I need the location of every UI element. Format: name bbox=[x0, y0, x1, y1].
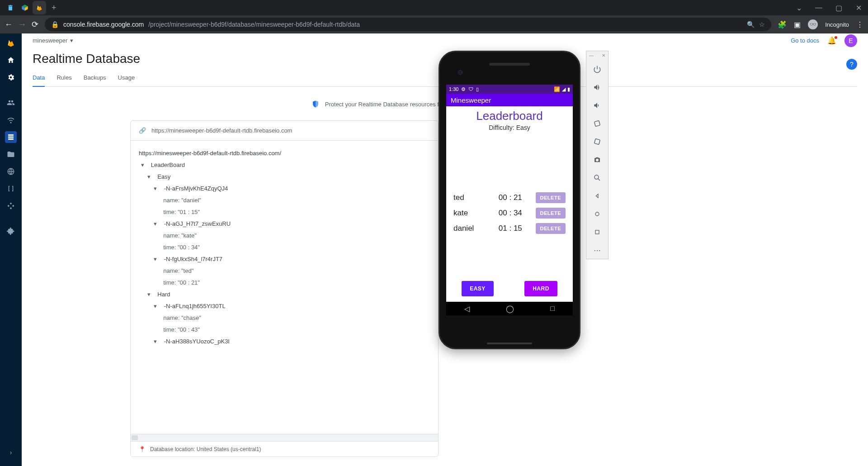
hard-button[interactable]: HARD bbox=[524, 281, 557, 296]
wifi-icon[interactable] bbox=[5, 114, 17, 126]
panel-icon[interactable]: ▣ bbox=[794, 20, 801, 29]
tab-3-active[interactable] bbox=[33, 1, 46, 14]
people-icon[interactable] bbox=[5, 97, 17, 109]
nav-recent-icon[interactable]: □ bbox=[550, 304, 555, 313]
help-icon[interactable]: ? bbox=[846, 59, 857, 70]
expand-rail-icon[interactable]: › bbox=[10, 449, 12, 456]
svg-point-4 bbox=[595, 212, 599, 216]
power-icon[interactable] bbox=[590, 62, 604, 76]
caret-icon[interactable]: ▾ bbox=[145, 173, 152, 180]
node-id[interactable]: -N-aFrsMjvKhE4ZqyQJ4 bbox=[164, 185, 228, 192]
wifi-status-icon: 📶 bbox=[554, 86, 560, 92]
window-minimize-icon[interactable]: — bbox=[813, 4, 825, 12]
delete-button[interactable]: DELETE bbox=[536, 192, 566, 203]
toolbar-close-icon[interactable]: ✕ bbox=[602, 53, 605, 58]
delete-button[interactable]: DELETE bbox=[536, 223, 566, 234]
realtime-database-icon[interactable] bbox=[5, 131, 17, 143]
ml-icon[interactable] bbox=[5, 200, 17, 212]
window-maximize-icon[interactable]: ▢ bbox=[833, 4, 844, 12]
gesture-bar bbox=[487, 342, 532, 344]
caret-icon[interactable]: ▾ bbox=[152, 220, 159, 227]
tab-backups[interactable]: Backups bbox=[84, 70, 106, 87]
user-avatar[interactable]: E bbox=[844, 34, 857, 47]
more-options-icon[interactable]: ⋯ bbox=[590, 243, 604, 257]
overview-square-icon[interactable] bbox=[590, 225, 604, 239]
key-name: name: bbox=[163, 197, 179, 204]
tab-1[interactable] bbox=[4, 1, 17, 14]
key-time: time: bbox=[163, 279, 176, 286]
storage-icon[interactable] bbox=[5, 148, 17, 160]
window-controls: ⌄ — ▢ ✕ bbox=[793, 4, 864, 12]
incognito-avatar-icon[interactable]: 👓 bbox=[808, 19, 818, 29]
new-tab-button[interactable]: + bbox=[52, 3, 57, 13]
rotate-right-icon[interactable] bbox=[590, 135, 604, 148]
horizontal-scrollbar[interactable] bbox=[131, 434, 438, 441]
volume-down-icon[interactable] bbox=[590, 99, 604, 112]
bookmark-star-icon[interactable]: ☆ bbox=[759, 21, 765, 28]
settings-gear-icon[interactable] bbox=[5, 71, 17, 83]
reload-icon[interactable]: ⟳ bbox=[32, 19, 38, 29]
db-location: Database location: United States (us-cen… bbox=[150, 446, 261, 452]
tab-2[interactable] bbox=[18, 1, 32, 14]
android-nav-bar: ◁ ◯ □ bbox=[446, 302, 573, 315]
node-hard[interactable]: Hard bbox=[157, 291, 170, 298]
rotate-left-icon[interactable] bbox=[590, 117, 604, 130]
delete-button[interactable]: DELETE bbox=[536, 208, 566, 219]
row-time: 00 : 34 bbox=[489, 209, 532, 218]
node-id[interactable]: -N-fgUkxSh4_l7r4rJT7 bbox=[164, 256, 222, 262]
caret-icon[interactable]: ▾ bbox=[152, 185, 159, 192]
forward-icon[interactable]: → bbox=[18, 20, 26, 29]
volume-up-icon[interactable] bbox=[590, 81, 604, 94]
svg-rect-2 bbox=[594, 139, 600, 145]
caret-icon[interactable]: ▾ bbox=[152, 256, 159, 262]
kebab-menu-icon[interactable]: ⋮ bbox=[856, 20, 863, 29]
caret-icon[interactable]: ▾ bbox=[152, 303, 159, 309]
tab-data[interactable]: Data bbox=[33, 70, 45, 87]
search-in-page-icon[interactable]: 🔍 bbox=[747, 21, 755, 28]
extensions-icon[interactable]: 🧩 bbox=[778, 20, 787, 29]
phone-camera bbox=[458, 70, 462, 75]
node-leaderboard[interactable]: LeaderBoard bbox=[151, 162, 185, 168]
notifications-bell-icon[interactable]: 🔔 bbox=[827, 36, 836, 45]
val-time: "01 : 15" bbox=[178, 209, 200, 215]
signal-status-icon: ◢ bbox=[562, 86, 566, 92]
back-triangle-icon[interactable] bbox=[590, 189, 604, 203]
node-id[interactable]: -N-aFLnq1jh655YI30TL bbox=[164, 303, 226, 309]
database-card: 🔗 https://minesweeper-b6d9f-default-rtdb… bbox=[130, 120, 439, 457]
back-icon[interactable]: ← bbox=[5, 20, 13, 29]
functions-icon[interactable] bbox=[5, 183, 17, 195]
easy-button[interactable]: EASY bbox=[462, 281, 494, 296]
page-workspace: › minesweeper ▾ Go to docs 🔔 E Realtime … bbox=[0, 33, 868, 466]
screenshot-icon[interactable] bbox=[590, 153, 604, 166]
caret-icon[interactable]: ▾ bbox=[139, 162, 146, 168]
location-pin-icon: 📍 bbox=[139, 446, 146, 452]
caret-icon[interactable]: ▾ bbox=[145, 291, 152, 298]
key-time: time: bbox=[163, 209, 176, 215]
toolbar-minimize-icon[interactable]: — bbox=[589, 53, 594, 58]
leaderboard-title: Leaderboard bbox=[476, 109, 542, 123]
address-bar[interactable]: 🔒 console.firebase.google.com/project/mi… bbox=[45, 18, 771, 31]
window-close-icon[interactable]: ✕ bbox=[853, 4, 864, 12]
project-selector[interactable]: minesweeper ▾ bbox=[33, 37, 73, 44]
go-to-docs-link[interactable]: Go to docs bbox=[791, 37, 819, 44]
firebase-logo-icon[interactable] bbox=[5, 37, 17, 49]
nav-back-icon[interactable]: ◁ bbox=[464, 304, 470, 313]
globe-icon[interactable] bbox=[5, 166, 17, 177]
tab-rules[interactable]: Rules bbox=[57, 70, 71, 87]
caret-icon[interactable]: ▾ bbox=[152, 338, 159, 345]
home-circle-icon[interactable] bbox=[590, 207, 604, 221]
node-id[interactable]: -N-aH388sYUozoC_pK3I bbox=[164, 338, 230, 345]
val-name: "kate" bbox=[181, 232, 197, 239]
window-dropdown-icon[interactable]: ⌄ bbox=[793, 4, 805, 12]
home-icon[interactable] bbox=[5, 54, 17, 66]
android-emulator: 1:30 ⚙ 🛡 ▯ 📶 ◢ ▮ Minesweeper Leaderboard… bbox=[439, 51, 580, 349]
zoom-icon[interactable] bbox=[590, 171, 604, 185]
node-easy[interactable]: Easy bbox=[157, 173, 170, 180]
nav-home-icon[interactable]: ◯ bbox=[506, 304, 514, 313]
scrollbar-thumb[interactable] bbox=[132, 435, 138, 440]
status-time: 1:30 bbox=[449, 86, 458, 92]
tab-usage[interactable]: Usage bbox=[118, 70, 135, 87]
extensions-rail-icon[interactable] bbox=[5, 225, 17, 237]
node-id[interactable]: -N-aGJ_H7t7_zswExuRU bbox=[164, 220, 231, 227]
data-tree[interactable]: https://minesweeper-b6d9f-default-rtdb.f… bbox=[131, 141, 438, 434]
